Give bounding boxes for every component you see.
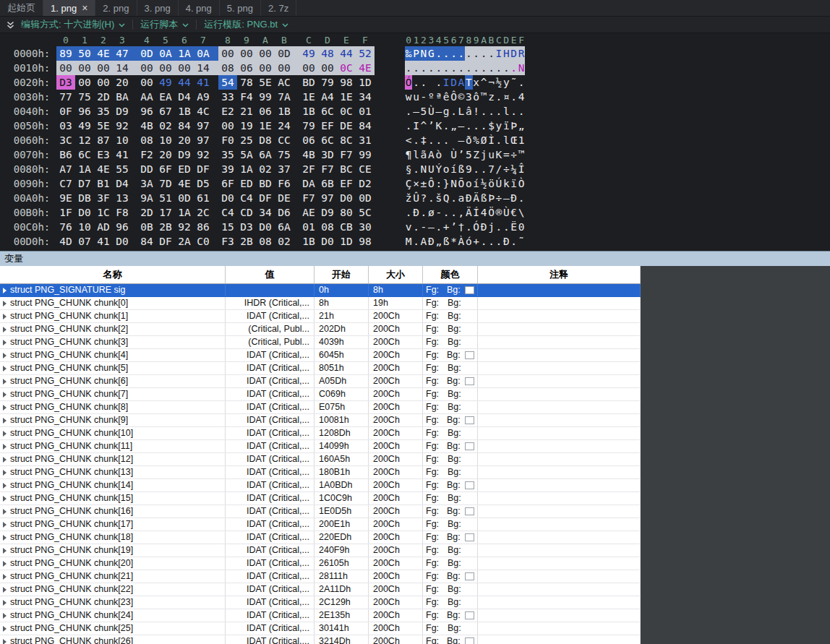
- ascii-char[interactable]: —: [502, 191, 510, 205]
- hex-byte[interactable]: 20: [113, 75, 137, 90]
- ascii-char[interactable]: .: [412, 133, 419, 147]
- ascii-char[interactable]: .: [442, 46, 450, 61]
- ascii-char[interactable]: u: [487, 147, 495, 162]
- hex-byte[interactable]: 4C: [194, 104, 218, 119]
- hex-byte[interactable]: 92: [194, 147, 218, 162]
- table-row[interactable]: struct PNG_CHUNK chunk[12]IDAT (Critical…: [0, 453, 641, 466]
- ascii-char[interactable]: .: [495, 61, 502, 75]
- hex-byte[interactable]: 99: [356, 147, 375, 162]
- hex-byte[interactable]: 78: [237, 75, 256, 90]
- hex-byte[interactable]: 3D: [318, 147, 337, 162]
- table-row[interactable]: struct PNG_CHUNK chunk[6]IDAT (Critical,…: [0, 375, 641, 388]
- hex-byte[interactable]: 1E: [337, 90, 356, 104]
- hex-byte[interactable]: BD: [256, 176, 275, 191]
- ascii-char[interactable]: –: [412, 104, 419, 119]
- hex-byte[interactable]: 8C: [337, 133, 356, 147]
- ascii-char[interactable]: ˜: [518, 234, 525, 249]
- ascii-char[interactable]: Ù: [450, 147, 457, 162]
- run-template-dropdown[interactable]: 运行模版: PNG.bt: [204, 18, 288, 31]
- ascii-char[interactable]: *: [450, 234, 457, 249]
- ascii-char[interactable]: ¬: [487, 75, 495, 90]
- hex-byte[interactable]: 7A: [275, 90, 299, 104]
- hex-byte[interactable]: 75: [75, 90, 94, 104]
- ascii-char[interactable]: —: [458, 119, 465, 133]
- ascii-char[interactable]: .: [487, 234, 495, 249]
- hex-byte[interactable]: 30: [356, 220, 375, 234]
- hex-byte[interactable]: 96: [75, 104, 94, 119]
- hex-byte[interactable]: 00: [256, 61, 275, 75]
- ascii-char[interactable]: À: [458, 234, 465, 249]
- ascii-char[interactable]: .: [450, 191, 457, 205]
- hex-byte[interactable]: 0D: [275, 46, 299, 61]
- expand-arrow-icon[interactable]: [3, 613, 7, 619]
- ascii-char[interactable]: Ð: [465, 191, 472, 205]
- hex-byte[interactable]: 6C: [318, 104, 337, 119]
- hex-byte[interactable]: D7: [75, 176, 94, 191]
- ascii-char[interactable]: Ô: [450, 90, 457, 104]
- hex-byte[interactable]: E2: [218, 104, 237, 119]
- ascii-char[interactable]: +: [442, 220, 450, 234]
- ascii-char[interactable]: ò: [435, 147, 442, 162]
- ascii-char[interactable]: Þ: [510, 119, 517, 133]
- edit-mode-dropdown[interactable]: 编辑方式: 十六进制(H): [21, 18, 125, 31]
- hex-byte[interactable]: 1A: [237, 162, 256, 176]
- ascii-char[interactable]: ?: [420, 191, 427, 205]
- hex-byte[interactable]: 0C: [337, 104, 356, 119]
- ascii-char[interactable]: ÷: [495, 191, 502, 205]
- ascii-char[interactable]: Œ: [510, 133, 517, 147]
- hex-byte[interactable]: 02: [275, 234, 299, 249]
- ascii-char[interactable]: .: [480, 61, 487, 75]
- ascii-char[interactable]: I: [495, 46, 502, 61]
- expand-arrow-icon[interactable]: [3, 509, 7, 515]
- ascii-char[interactable]: g: [442, 104, 450, 119]
- ascii-char[interactable]: .: [495, 90, 502, 104]
- hex-byte[interactable]: F7: [318, 162, 337, 176]
- ascii-char[interactable]: .: [518, 75, 525, 90]
- ascii-char[interactable]: l: [502, 104, 510, 119]
- ascii-char[interactable]: Þ: [487, 191, 495, 205]
- hex-byte[interactable]: 00: [56, 61, 75, 75]
- hex-byte[interactable]: DB: [75, 191, 94, 205]
- hex-byte[interactable]: D8: [256, 133, 275, 147]
- hex-byte[interactable]: 24: [275, 119, 299, 133]
- table-row[interactable]: struct PNG_CHUNK chunk[14]IDAT (Critical…: [0, 479, 641, 492]
- ascii-char[interactable]: ï: [502, 119, 510, 133]
- table-row[interactable]: struct PNG_CHUNK chunk[19]IDAT (Critical…: [0, 544, 641, 557]
- ascii-char[interactable]: .: [405, 119, 412, 133]
- ascii-char[interactable]: .: [405, 61, 412, 75]
- hex-byte[interactable]: D9: [113, 104, 137, 119]
- expand-arrow-icon[interactable]: [3, 574, 7, 580]
- ascii-char[interactable]: G: [427, 46, 435, 61]
- ascii-char[interactable]: z: [487, 90, 495, 104]
- ascii-char[interactable]: Ð: [510, 191, 517, 205]
- hex-byte[interactable]: 44: [337, 46, 356, 61]
- hex-byte[interactable]: 1F: [56, 205, 75, 220]
- hex-byte[interactable]: 19: [237, 119, 256, 133]
- expand-arrow-icon[interactable]: [3, 496, 7, 502]
- ascii-char[interactable]: .: [450, 46, 457, 61]
- hex-byte[interactable]: 37: [275, 162, 299, 176]
- table-row[interactable]: struct PNG_CHUNK chunk[1]IDAT (Critical,…: [0, 310, 641, 323]
- ascii-char[interactable]: â: [465, 104, 472, 119]
- hex-byte[interactable]: CC: [275, 133, 299, 147]
- hex-byte[interactable]: 0A: [156, 46, 175, 61]
- table-row[interactable]: struct PNG_CHUNK chunk[24]IDAT (Critical…: [0, 609, 641, 622]
- ascii-char[interactable]: Ø: [480, 133, 487, 147]
- hex-byte[interactable]: 79: [299, 119, 318, 133]
- hex-byte[interactable]: DD: [137, 162, 156, 176]
- hex-byte[interactable]: 14: [194, 61, 218, 75]
- ascii-char[interactable]: Ô: [427, 176, 435, 191]
- ascii-char[interactable]: .: [442, 205, 450, 220]
- ascii-char[interactable]: <: [405, 133, 412, 147]
- hex-byte[interactable]: D9: [175, 147, 194, 162]
- hex-byte[interactable]: 1A: [175, 205, 194, 220]
- ascii-char[interactable]: ß: [458, 162, 465, 176]
- ascii-char[interactable]: !: [473, 104, 480, 119]
- ascii-char[interactable]: .: [465, 46, 472, 61]
- ascii-char[interactable]: .: [473, 119, 480, 133]
- ascii-char[interactable]: .: [435, 133, 442, 147]
- hex-byte[interactable]: 00: [94, 75, 113, 90]
- ascii-char[interactable]: Ì: [487, 133, 495, 147]
- ascii-char[interactable]: ø: [427, 205, 435, 220]
- ascii-char[interactable]: .: [412, 234, 419, 249]
